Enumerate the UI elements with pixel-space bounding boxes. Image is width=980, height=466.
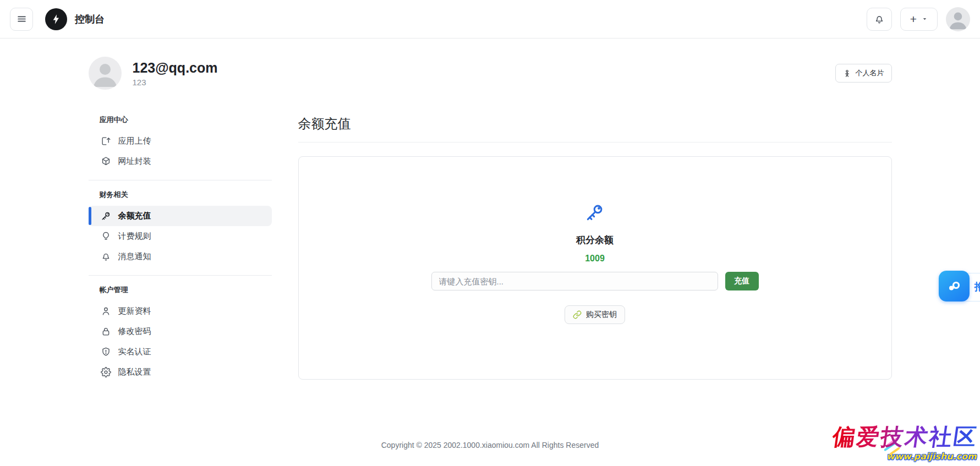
sidebar-divider — [89, 275, 272, 276]
sidebar-item-update-profile[interactable]: 更新资料 — [89, 301, 272, 321]
sidebar-item-label: 修改密码 — [118, 326, 151, 337]
menu-button[interactable] — [10, 8, 33, 31]
upload-icon — [101, 136, 111, 146]
sidebar-item-label: 应用上传 — [118, 136, 151, 146]
sidebar-item-billing-rules[interactable]: 计费规则 — [89, 226, 272, 246]
key-icon — [101, 211, 111, 221]
notifications-button[interactable] — [867, 8, 892, 31]
page-title: 余额充值 — [298, 115, 892, 142]
sidebar-item-real-name-verification[interactable]: 实名认证 — [89, 342, 272, 362]
watermark-url: www.paijishu.com — [833, 451, 977, 462]
profile-avatar — [89, 57, 122, 90]
balance-label: 积分余额 — [576, 234, 614, 246]
link-icon — [573, 310, 582, 319]
profile-email: 123@qq.com — [133, 60, 218, 76]
lightning-bolt-icon — [50, 13, 62, 25]
sidebar-item-label: 消息通知 — [118, 251, 151, 262]
netdisk-panel-label: 拖 — [974, 280, 980, 294]
key-icon — [584, 202, 605, 223]
sidebar-item-label: 实名认证 — [118, 347, 151, 357]
sidebar-item-label: 余额充值 — [118, 211, 151, 221]
shield-exclamation-icon — [101, 347, 111, 357]
profile-username: 123 — [133, 78, 218, 87]
recharge-button[interactable]: 充值 — [725, 272, 759, 290]
buy-key-label: 购买密钥 — [586, 310, 617, 320]
sidebar-item-label: 隐私设置 — [118, 367, 151, 377]
personal-card-button[interactable]: 个人名片 — [835, 64, 892, 83]
sidebar-item-label: 计费规则 — [118, 231, 151, 242]
hamburger-icon — [17, 14, 26, 24]
sidebar-item-change-password[interactable]: 修改密码 — [89, 321, 272, 342]
contact-person-icon — [843, 69, 851, 78]
chevron-down-icon — [922, 16, 928, 22]
sidebar-item-balance-recharge[interactable]: 余额充值 — [89, 206, 272, 226]
top-bar: 控制台 + — [0, 0, 980, 39]
top-bar-actions: + — [867, 7, 970, 31]
recharge-key-input[interactable] — [431, 272, 718, 290]
app-title: 控制台 — [75, 13, 105, 26]
bell-icon — [101, 251, 111, 262]
plus-icon: + — [910, 13, 917, 25]
sidebar-item-url-packaging[interactable]: 网址封装 — [89, 151, 272, 172]
sidebar-section-app-center: 应用中心 — [89, 115, 272, 125]
profile-header: 123@qq.com 123 个人名片 — [89, 57, 892, 90]
sidebar-section-account: 帐户管理 — [89, 285, 272, 295]
user-avatar[interactable] — [946, 7, 970, 31]
bell-icon — [874, 14, 885, 25]
sidebar-divider — [89, 180, 272, 180]
personal-card-label: 个人名片 — [856, 68, 884, 78]
netdisk-float-widget: 拖 — [939, 271, 980, 304]
app-logo[interactable] — [45, 8, 67, 30]
add-button[interactable]: + — [900, 8, 938, 31]
gear-icon — [101, 367, 111, 377]
baidu-netdisk-icon[interactable] — [939, 271, 970, 301]
main-content: 余额充值 积分余额 1009 充值 购买密钥 — [298, 115, 892, 380]
sidebar-item-notifications[interactable]: 消息通知 — [89, 246, 272, 267]
package-icon — [101, 156, 111, 167]
user-icon — [101, 306, 111, 316]
lock-icon — [101, 326, 111, 337]
balance-value: 1009 — [585, 254, 605, 264]
lightbulb-icon — [101, 231, 111, 242]
footer-copyright: Copyright © 2025 2002.1000.xiaomiou.com … — [0, 441, 980, 449]
buy-key-button[interactable]: 购买密钥 — [565, 305, 625, 324]
sidebar-item-label: 更新资料 — [118, 306, 151, 316]
sidebar-item-privacy-settings[interactable]: 隐私设置 — [89, 362, 272, 382]
sidebar-section-finance: 财务相关 — [89, 190, 272, 200]
sidebar-item-app-upload[interactable]: 应用上传 — [89, 131, 272, 151]
balance-recharge-card: 积分余额 1009 充值 购买密钥 — [298, 156, 892, 380]
sidebar: 应用中心 应用上传 网址封装 财务相关 余额充值 — [89, 115, 272, 382]
sidebar-item-label: 网址封装 — [118, 156, 151, 167]
